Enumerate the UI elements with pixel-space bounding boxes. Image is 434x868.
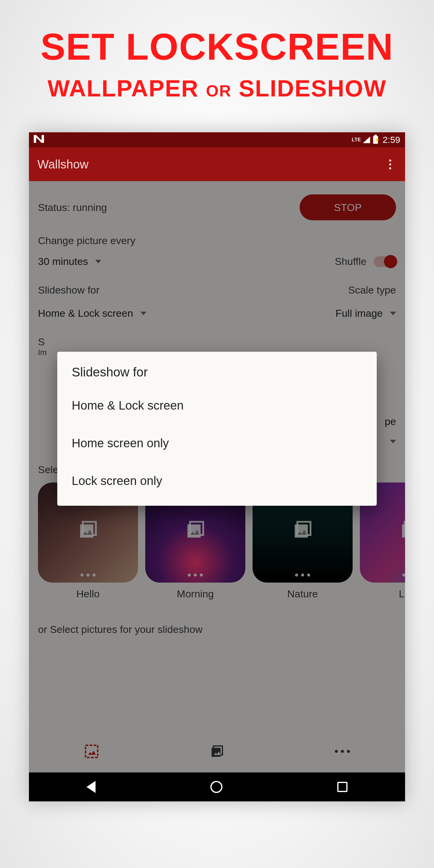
clock: 2:59 bbox=[383, 135, 400, 145]
dialog-option-lock-only[interactable]: Lock screen only bbox=[57, 462, 377, 500]
nav-back-button[interactable] bbox=[87, 781, 96, 793]
home-icon bbox=[210, 781, 222, 793]
promo-sub-wallpaper: WALLPAPER bbox=[48, 75, 199, 101]
promo-title: SET LOCKSCREEN bbox=[40, 27, 394, 66]
promo-sub-slideshow: SLIDESHOW bbox=[239, 75, 386, 101]
svg-marker-0 bbox=[34, 135, 44, 143]
network-type: LTE bbox=[352, 137, 361, 143]
more-vert-icon bbox=[389, 159, 391, 169]
back-icon bbox=[87, 781, 96, 793]
dialog-option-home-lock[interactable]: Home & Lock screen bbox=[57, 387, 377, 424]
dialog-option-home-only[interactable]: Home screen only bbox=[57, 424, 377, 462]
app-title: Wallshow bbox=[37, 158, 89, 171]
nav-home-button[interactable] bbox=[210, 781, 222, 793]
app-bar: Wallshow bbox=[29, 147, 405, 181]
phone-frame: LTE ⚡ 2:59 Wallshow Status: running STOP… bbox=[29, 132, 405, 801]
dialog-title: Slideshow for bbox=[57, 365, 377, 387]
status-n-icon bbox=[34, 135, 44, 145]
battery-charging-icon: ⚡ bbox=[373, 136, 378, 144]
promo-subtitle: WALLPAPER OR SLIDESHOW bbox=[48, 75, 387, 102]
system-nav-bar bbox=[29, 772, 405, 801]
slideshow-for-dialog: Slideshow for Home & Lock screen Home sc… bbox=[57, 352, 377, 506]
nav-recent-button[interactable] bbox=[337, 782, 347, 792]
signal-icon bbox=[363, 136, 370, 143]
status-bar: LTE ⚡ 2:59 bbox=[29, 132, 405, 147]
promo-sub-or: OR bbox=[206, 82, 231, 100]
promo-background: SET LOCKSCREEN WALLPAPER OR SLIDESHOW LT… bbox=[0, 0, 434, 868]
recent-icon bbox=[337, 782, 347, 792]
overflow-menu-button[interactable] bbox=[383, 158, 397, 171]
